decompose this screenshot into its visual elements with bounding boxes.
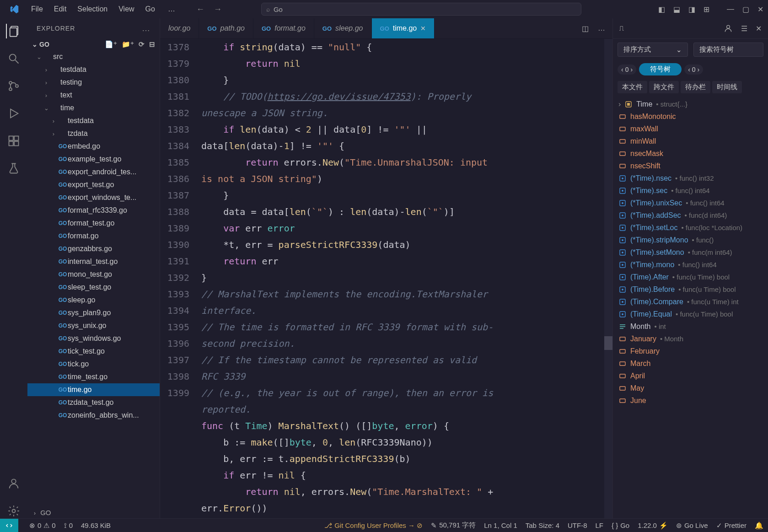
file-item[interactable]: GOtick_test.go [27, 345, 160, 358]
layout-right-icon[interactable]: ◨ [688, 5, 695, 14]
remote-indicator[interactable] [0, 519, 18, 532]
outline-item[interactable]: January • Month [613, 333, 768, 345]
menu-file[interactable]: File [26, 2, 48, 16]
file-item[interactable]: GOzoneinfo_abbrs_win... [27, 409, 160, 422]
nav-prev-group[interactable]: ‹ 0 › [618, 64, 636, 75]
outline-item[interactable]: ›Time • struct{...} [613, 98, 768, 110]
activity-scm[interactable] [6, 79, 21, 93]
editor-tab[interactable]: GOtime.go✕ [372, 18, 435, 38]
outline-item[interactable]: (*Time).sec • func() int64 [613, 184, 768, 197]
outline-item[interactable]: (Time).Compare • func(u Time) int [613, 296, 768, 308]
outline-pin-icon[interactable]: ⎍ [619, 24, 624, 32]
layout-bottom-icon[interactable]: ⬓ [673, 5, 680, 14]
status-lang[interactable]: { } Go [612, 521, 629, 529]
maximize-icon[interactable]: ▢ [742, 5, 749, 14]
file-item[interactable]: GOgenzabbrs.go [27, 242, 160, 255]
outline-menu-icon[interactable]: ☰ [741, 24, 747, 33]
outline-item[interactable]: hasMonotonic [613, 110, 768, 123]
editor[interactable]: 1378137913801381138213831384138513861387… [160, 39, 612, 518]
command-center[interactable]: ⌕ Go [261, 3, 581, 16]
activity-extensions[interactable] [6, 134, 21, 148]
nav-next-group[interactable]: ‹ 0 › [684, 64, 703, 75]
outline-item[interactable]: (Time).Before • func(u Time) bool [613, 283, 768, 296]
sort-dropdown[interactable]: 排序方式 ⌄ [618, 43, 688, 57]
outline-item[interactable]: Month • int [613, 320, 768, 333]
new-folder-icon[interactable]: 📁⁺ [122, 40, 134, 48]
folder-item[interactable]: ›text [27, 89, 160, 102]
editor-tab[interactable]: loor.go [160, 18, 199, 38]
outline-item[interactable]: (*Time).mono • func() int64 [613, 258, 768, 271]
menu-go[interactable]: Go [140, 2, 161, 16]
outline-item[interactable]: May [613, 382, 768, 394]
folder-item[interactable]: ›tzdata [27, 127, 160, 140]
activity-search[interactable] [6, 51, 21, 66]
activity-settings[interactable] [6, 504, 21, 518]
outline-item[interactable]: (Time).Equal • func(u Time) bool [613, 308, 768, 320]
file-item[interactable]: GOsleep_test.go [27, 281, 160, 294]
status-eol[interactable]: LF [596, 521, 604, 529]
refresh-icon[interactable]: ⟳ [139, 40, 145, 48]
activity-explorer[interactable] [6, 24, 21, 38]
file-item[interactable]: GOexport_test.go [27, 178, 160, 191]
menu-overflow-icon[interactable]: … [162, 2, 181, 16]
folder-item[interactable]: ⌄time [27, 102, 160, 114]
status-problems[interactable]: ⊗0 ⚠0 [29, 521, 56, 530]
activity-account[interactable] [6, 476, 21, 491]
folder-item[interactable]: ›testdata [27, 114, 160, 127]
status-bell[interactable]: 🔔 [755, 521, 763, 530]
menu-view[interactable]: View [113, 2, 140, 16]
status-golive[interactable]: ⊚ Go Live [676, 521, 708, 530]
file-item[interactable]: GOexport_windows_te... [27, 191, 160, 204]
layout-grid-icon[interactable]: ⊞ [704, 5, 709, 14]
layout-left-icon[interactable]: ◧ [658, 5, 665, 14]
status-git-profiles[interactable]: ⎇ Git Config User Profiles → ⊘ [324, 521, 423, 530]
minimap[interactable] [604, 39, 612, 518]
nav-forward-icon[interactable]: → [214, 5, 222, 14]
new-file-icon[interactable]: 📄⁺ [105, 40, 117, 48]
close-icon[interactable]: ✕ [420, 25, 426, 32]
outline-item[interactable]: (*Time).stripMono • func() [613, 234, 768, 246]
outline-tab[interactable]: 跨文件 [649, 81, 679, 93]
outline-item[interactable]: maxWall [613, 123, 768, 135]
outline-item[interactable]: February [613, 345, 768, 357]
symbol-tree-pill[interactable]: 符号树 [639, 63, 682, 75]
outline-item[interactable]: April [613, 370, 768, 382]
folder-item[interactable]: ⌄src [27, 50, 160, 63]
split-editor-icon[interactable]: ◫ [582, 24, 589, 33]
outline-tab[interactable]: 时间线 [712, 81, 742, 93]
outline-item[interactable]: (*Time).setLoc • func(loc *Location) [613, 221, 768, 234]
search-symbol[interactable]: 搜索符号树 [693, 43, 764, 57]
outline-item[interactable]: (*Time).unixSec • func() int64 [613, 197, 768, 209]
file-item[interactable]: GOformat.go [27, 230, 160, 242]
outline-item[interactable]: June [613, 394, 768, 407]
outline-item[interactable]: (*Time).setMono • func(m int64) [613, 246, 768, 258]
status-tabsize[interactable]: Tab Size: 4 [526, 521, 559, 529]
activity-debug[interactable] [6, 106, 21, 121]
file-item[interactable]: GOmono_test.go [27, 268, 160, 281]
folder-header[interactable]: ⌄ GO 📄⁺ 📁⁺ ⟳ ⊟ [27, 38, 160, 50]
sidebar-section-go[interactable]: › GO [27, 507, 160, 518]
outline-item[interactable]: (Time).After • func(u Time) bool [613, 271, 768, 283]
folder-item[interactable]: ›testing [27, 76, 160, 89]
minimize-icon[interactable]: — [727, 5, 734, 13]
tab-actions-icon[interactable]: … [598, 24, 605, 32]
status-ports[interactable]: ⟟0 [64, 521, 73, 530]
status-position[interactable]: Ln 1, Col 1 [484, 521, 517, 529]
editor-tab[interactable]: GOsleep.go [314, 18, 372, 38]
status-chars[interactable]: ✎ 50,791 字符 [431, 521, 476, 530]
file-item[interactable]: GOsys_plan9.go [27, 306, 160, 319]
file-item[interactable]: GOexample_test.go [27, 153, 160, 166]
outline-tab[interactable]: 本文件 [618, 81, 647, 93]
editor-tab[interactable]: GOpath.go [199, 18, 253, 38]
status-size[interactable]: 49.63 KiB [81, 521, 111, 529]
menu-selection[interactable]: Selection [72, 2, 113, 16]
outline-close-icon[interactable]: ✕ [756, 24, 762, 33]
file-item[interactable]: GOtime.go [27, 383, 160, 396]
file-item[interactable]: GOinternal_test.go [27, 255, 160, 268]
file-item[interactable]: GOtick.go [27, 358, 160, 371]
collapse-icon[interactable]: ⊟ [149, 40, 155, 48]
outline-item[interactable]: (*Time).addSec • func(d int64) [613, 209, 768, 221]
outline-item[interactable]: nsecShift [613, 160, 768, 172]
file-item[interactable]: GOembed.go [27, 140, 160, 153]
status-prettier[interactable]: ✓ Prettier [716, 521, 747, 530]
